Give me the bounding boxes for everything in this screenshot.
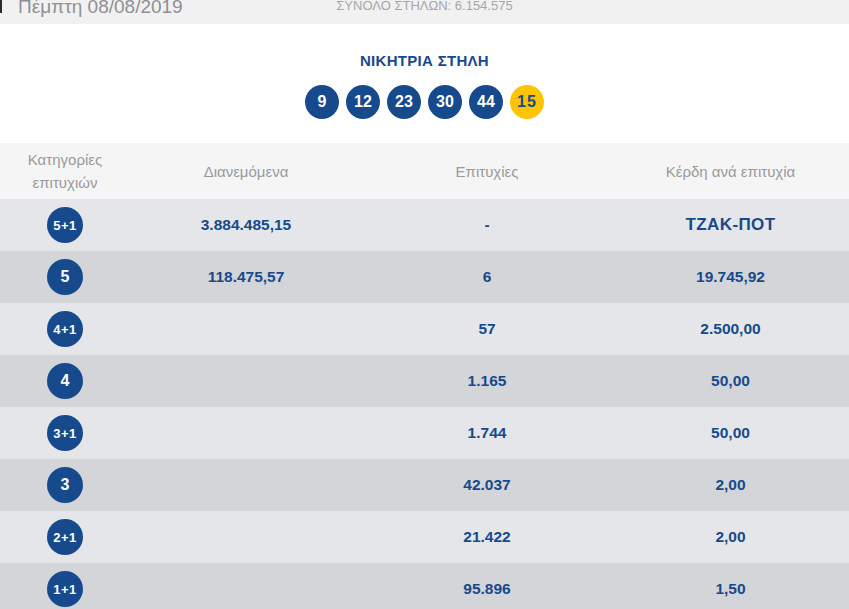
table-row: 3 42.037 2,00	[0, 459, 849, 511]
cell-wins: 57	[362, 320, 612, 338]
category-badge: 4	[47, 363, 83, 399]
cell-wins: -	[362, 216, 612, 234]
cell-payout: 2,00	[612, 476, 849, 494]
winning-column-section: ΝΙΚΗΤΡΙΑ ΣΤΗΛΗ 91223304415	[0, 24, 849, 143]
table-row: 1+1 95.896 1,50	[0, 563, 849, 609]
cell-wins: 6	[362, 268, 612, 286]
table-row: 4 1.165 50,00	[0, 355, 849, 407]
cell-payout: 50,00	[612, 372, 849, 390]
total-columns-label: ΣΥΝΟΛΟ ΣΤΗΛΩΝ: 6.154.575	[0, 0, 849, 13]
header-payout: Κέρδη ανά επιτυχία	[612, 163, 849, 180]
table-row: 5+1 3.884.485,15 - ΤΖΑΚ-ΠΟΤ	[0, 199, 849, 251]
cell-payout: 19.745,92	[612, 268, 849, 286]
winning-number-ball: 12	[346, 85, 380, 119]
table-header: Κατηγορίες επιτυχιών Διανεμόμενα Επιτυχί…	[0, 143, 849, 199]
category-badge: 3	[47, 467, 83, 503]
winning-number-ball: 9	[305, 85, 339, 119]
header-category: Κατηγορίες επιτυχιών	[0, 148, 130, 195]
table-body: 5+1 3.884.485,15 - ΤΖΑΚ-ΠΟΤ 5 118.475,57…	[0, 199, 849, 609]
cell-distributed: 118.475,57	[130, 268, 362, 286]
winning-joker-ball: 15	[510, 85, 544, 119]
winning-number-ball: 30	[428, 85, 462, 119]
winning-numbers: 91223304415	[0, 85, 849, 119]
cell-wins: 95.896	[362, 580, 612, 598]
winning-number-ball: 44	[469, 85, 503, 119]
topbar: Πέμπτη 08/08/2019 ΣΥΝΟΛΟ ΣΤΗΛΩΝ: 6.154.5…	[0, 0, 849, 24]
cell-wins: 1.165	[362, 372, 612, 390]
cell-payout: 50,00	[612, 424, 849, 442]
header-distributed: Διανεμόμενα	[130, 163, 362, 180]
cell-wins: 21.422	[362, 528, 612, 546]
results-table: Κατηγορίες επιτυχιών Διανεμόμενα Επιτυχί…	[0, 143, 849, 609]
winning-number-ball: 23	[387, 85, 421, 119]
table-row: 3+1 1.744 50,00	[0, 407, 849, 459]
category-badge: 2+1	[47, 519, 83, 555]
cell-payout: 2,00	[612, 528, 849, 546]
category-badge: 5	[47, 259, 83, 295]
winning-column-title: ΝΙΚΗΤΡΙΑ ΣΤΗΛΗ	[0, 52, 849, 69]
table-row: 2+1 21.422 2,00	[0, 511, 849, 563]
cell-payout: ΤΖΑΚ-ΠΟΤ	[612, 215, 849, 235]
cell-wins: 1.744	[362, 424, 612, 442]
table-row: 4+1 57 2.500,00	[0, 303, 849, 355]
category-badge: 5+1	[47, 207, 83, 243]
category-badge: 1+1	[47, 571, 83, 607]
category-badge: 3+1	[47, 415, 83, 451]
category-badge: 4+1	[47, 311, 83, 347]
header-wins: Επιτυχίες	[362, 163, 612, 180]
cell-payout: 1,50	[612, 580, 849, 598]
cell-payout: 2.500,00	[612, 320, 849, 338]
table-row: 5 118.475,57 6 19.745,92	[0, 251, 849, 303]
cell-wins: 42.037	[362, 476, 612, 494]
cell-distributed: 3.884.485,15	[130, 216, 362, 234]
